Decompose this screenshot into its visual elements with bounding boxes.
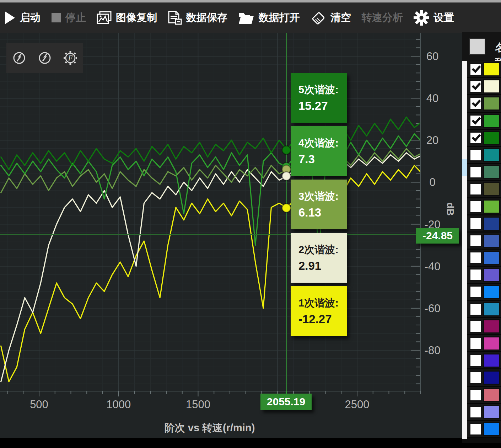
clear-button[interactable]: 清空 [311,10,351,26]
series-visibility-checkbox[interactable] [469,132,482,144]
image-copy-icon [97,11,112,25]
app-window: 启动 停止 图像复制 [0,0,501,448]
series-color-swatch[interactable] [483,131,500,145]
series-visibility-checkbox[interactable] [469,337,482,350]
svg-text:1000: 1000 [106,398,131,411]
chart-svg[interactable]: 50010001500200025006040200-20-40-60-80 [0,33,462,438]
series-visibility-checkbox[interactable] [469,114,482,127]
series-visibility-checkbox[interactable] [469,354,482,367]
svg-text:-60: -60 [425,302,441,315]
legend-row [467,352,501,369]
legend-row [467,164,501,181]
speed-analysis-button[interactable]: 转速分析 [362,11,403,25]
series-visibility-checkbox[interactable] [469,303,482,316]
series-color-swatch[interactable] [483,114,500,128]
tooltip-harmonic-2: 2次谐波: 2.91 [291,233,347,283]
series-color-swatch[interactable] [483,217,500,231]
series-visibility-checkbox[interactable] [469,234,482,247]
series-color-swatch[interactable] [483,285,500,299]
legend-row [467,147,501,164]
series-visibility-checkbox[interactable] [469,371,482,384]
gear-icon [414,10,429,26]
series-visibility-checkbox[interactable] [469,406,482,418]
select-all-checkbox[interactable] [469,38,485,55]
series-color-swatch[interactable] [483,199,500,214]
series-visibility-checkbox[interactable] [469,389,482,401]
series-color-swatch[interactable] [483,319,500,334]
series-visibility-checkbox[interactable] [469,423,482,436]
series-color-swatch[interactable] [483,268,500,282]
legend-scrollbar[interactable] [462,61,467,439]
chart-region: 50010001500200025006040200-20-40-60-80 [0,33,462,438]
legend-row [467,335,501,352]
play-icon [4,11,16,25]
legend-row [467,78,501,95]
legend-row [467,61,501,78]
legend-row [467,284,501,301]
gear-f-button[interactable]: F [62,49,79,66]
series-color-swatch[interactable] [483,165,500,179]
series-color-swatch[interactable] [483,62,500,76]
toolbar: 启动 停止 图像复制 [0,2,501,33]
series-color-swatch[interactable] [483,148,500,162]
svg-text:-40: -40 [425,260,441,273]
series-color-swatch[interactable] [483,182,500,196]
series-visibility-checkbox[interactable] [469,149,482,161]
legend-row [467,130,501,147]
data-save-button[interactable]: 数据保存 [168,11,227,25]
svg-text:40: 40 [426,92,438,105]
series-visibility-checkbox[interactable] [469,200,482,213]
cursor-tool-2-button[interactable] [36,49,53,66]
legend-row [467,113,501,130]
series-visibility-checkbox[interactable] [469,63,482,76]
tooltip-harmonic-3: 3次谐波: 6.13 [291,180,347,229]
data-open-button[interactable]: 数据打开 [238,11,300,25]
legend-row [467,387,501,404]
image-copy-button[interactable]: 图像复制 [97,11,157,25]
svg-text:F: F [68,54,73,62]
tooltip-harmonic-5: 5次谐波: 15.27 [291,73,347,123]
legend-row [467,250,501,267]
svg-text:20: 20 [426,134,438,146]
series-color-swatch[interactable] [483,422,500,436]
series-visibility-checkbox[interactable] [469,320,482,333]
series-color-swatch[interactable] [483,79,500,94]
series-color-swatch[interactable] [483,302,500,316]
series-color-swatch[interactable] [483,353,500,368]
stop-icon [51,13,61,23]
tooltip-harmonic-1: 1次谐波: -12.27 [291,286,347,336]
series-visibility-checkbox[interactable] [469,183,482,196]
series-visibility-checkbox[interactable] [469,251,482,264]
series-visibility-checkbox[interactable] [469,217,482,230]
stop-button[interactable]: 停止 [51,11,86,25]
series-color-swatch[interactable] [483,388,500,402]
series-visibility-checkbox[interactable] [469,80,482,93]
x-axis-title: 阶次 vs 转速(r/min) [142,421,277,435]
series-color-swatch[interactable] [483,96,500,111]
series-visibility-checkbox[interactable] [469,166,482,178]
legend-row [467,181,501,198]
legend-row [467,198,501,215]
svg-text:1500: 1500 [186,398,210,411]
series-color-swatch[interactable] [483,405,500,419]
legend-row [467,369,501,386]
legend-row [467,301,501,318]
data-open-icon [238,11,254,25]
cursor-tool-1-button[interactable] [11,49,28,66]
series-visibility-checkbox[interactable] [469,268,482,281]
series-color-swatch[interactable] [483,370,500,385]
data-save-icon [168,11,182,25]
legend-row [467,421,501,438]
window-top-strip [0,0,501,2]
legend-row [467,95,501,112]
start-button[interactable]: 启动 [4,11,41,25]
legend-row [467,404,501,421]
series-visibility-checkbox[interactable] [469,97,482,110]
settings-button[interactable]: 设置 [414,10,454,26]
bottom-band [0,438,462,448]
series-color-swatch[interactable] [483,234,500,248]
series-color-swatch[interactable] [483,336,500,351]
series-visibility-checkbox[interactable] [469,286,482,298]
eraser-icon [311,10,326,26]
series-color-swatch[interactable] [483,251,500,265]
